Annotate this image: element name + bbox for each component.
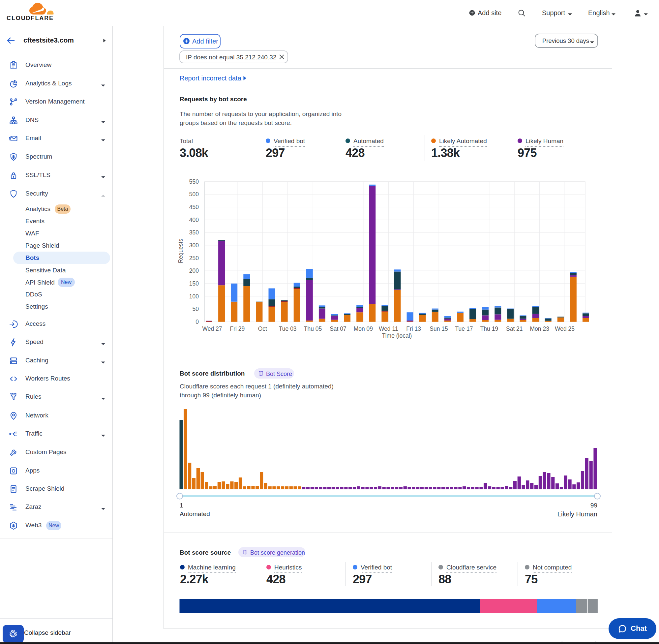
- svg-text:500: 500: [189, 191, 199, 198]
- svg-text:Fri 13: Fri 13: [406, 325, 421, 332]
- svg-text:Time (local): Time (local): [382, 332, 412, 339]
- svg-text:Oct: Oct: [258, 325, 267, 332]
- svg-text:Tue 03: Tue 03: [279, 325, 297, 332]
- svg-text:350: 350: [189, 229, 199, 236]
- svg-text:100: 100: [189, 293, 199, 300]
- svg-text:Wed 11: Wed 11: [379, 325, 398, 332]
- svg-text:Sat 07: Sat 07: [330, 325, 347, 332]
- svg-text:Wed 27: Wed 27: [203, 325, 222, 332]
- svg-text:Requests: Requests: [178, 239, 184, 263]
- svg-text:Mon 09: Mon 09: [354, 325, 373, 332]
- svg-text:Tue 17: Tue 17: [455, 325, 473, 332]
- svg-text:300: 300: [189, 242, 199, 249]
- svg-text:450: 450: [189, 204, 199, 210]
- svg-text:Mon 23: Mon 23: [530, 325, 549, 332]
- svg-text:50: 50: [192, 306, 199, 312]
- svg-text:0: 0: [195, 319, 199, 325]
- svg-text:Thu 19: Thu 19: [480, 325, 498, 332]
- svg-text:200: 200: [189, 268, 199, 274]
- svg-text:Fri 29: Fri 29: [230, 325, 245, 332]
- svg-text:250: 250: [189, 255, 199, 261]
- svg-text:150: 150: [189, 280, 199, 287]
- svg-text:550: 550: [189, 178, 199, 185]
- svg-text:400: 400: [189, 217, 199, 223]
- svg-text:Thu 05: Thu 05: [304, 325, 322, 332]
- svg-text:Sat 21: Sat 21: [506, 325, 523, 332]
- svg-text:Sun 15: Sun 15: [429, 325, 448, 332]
- svg-text:Wed 25: Wed 25: [555, 325, 574, 332]
